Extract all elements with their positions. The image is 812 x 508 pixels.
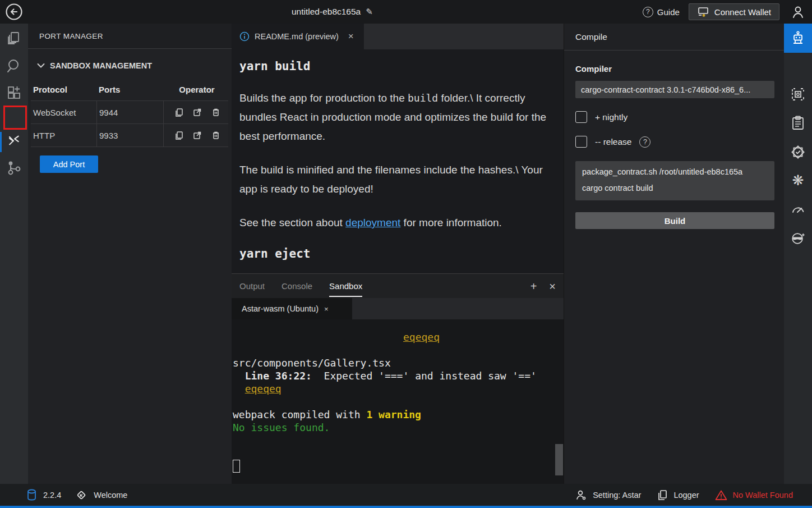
wallet-warning[interactable]: No Wallet Found xyxy=(715,489,793,501)
col-ports: Ports xyxy=(96,78,163,100)
readme-paragraph: The build is minified and the filenames … xyxy=(239,161,557,199)
extensions-icon xyxy=(6,84,22,101)
handshake-icon xyxy=(75,489,88,501)
guide-button[interactable]: ? Guide xyxy=(643,7,680,17)
logger-pages-icon xyxy=(657,489,668,501)
editor-tab-bar: README.md (preview) × xyxy=(232,24,564,49)
sidebar-item-search[interactable] xyxy=(6,57,22,74)
nightly-checkbox[interactable] xyxy=(575,111,587,123)
deployment-link[interactable]: deployment xyxy=(345,217,400,228)
section-sandbox-management[interactable]: SANDBOX MANAGEMENT xyxy=(28,49,232,78)
text: for more information. xyxy=(400,217,502,228)
port-cell: 9933 xyxy=(96,124,163,147)
eslint-rule-link[interactable]: eqeqeq xyxy=(245,383,282,395)
nightly-label: + nightly xyxy=(595,112,628,122)
build-button[interactable]: Build xyxy=(575,212,774,229)
back-button[interactable] xyxy=(5,3,23,21)
delete-port-button[interactable] xyxy=(211,130,221,140)
table-row: HTTP 9933 xyxy=(31,123,228,147)
new-terminal-icon[interactable]: + xyxy=(530,281,537,292)
copy-port-button[interactable] xyxy=(174,107,184,117)
tab-output[interactable]: Output xyxy=(239,274,265,298)
setting-button[interactable]: Setting: Astar xyxy=(575,489,641,501)
copy-port-button[interactable] xyxy=(174,130,184,140)
guide-label: Guide xyxy=(657,7,680,17)
section-title: SANDBOX MANAGEMENT xyxy=(50,61,152,70)
tab-readme[interactable]: README.md (preview) × xyxy=(232,24,364,49)
text: The build is minified and the filenames … xyxy=(239,164,543,195)
connect-wallet-label: Connect Wallet xyxy=(714,7,771,17)
plugin-item-performance[interactable] xyxy=(790,202,806,217)
edit-title-icon[interactable]: ✎ xyxy=(366,7,373,17)
session-tab-label: Astar-wasm (Ubuntu) xyxy=(242,304,319,313)
status-accent-line xyxy=(0,506,812,508)
sidebar-item-files[interactable] xyxy=(6,30,22,47)
sidebar-item-port-manager[interactable] xyxy=(6,133,22,150)
terminal-output[interactable]: eqeqeq src/components/Gallery.tsx Line 3… xyxy=(232,319,564,484)
plugin-item-sandbox-mascot[interactable] xyxy=(790,230,806,246)
tab-console[interactable]: Console xyxy=(282,274,312,298)
left-activity-bar xyxy=(0,24,28,484)
badge-check-icon xyxy=(790,144,806,160)
project-title-wrap: untitled-eb8c165a ✎ xyxy=(292,0,373,24)
sidebar-item-extensions[interactable] xyxy=(6,84,22,101)
setting-label: Setting: Astar xyxy=(593,491,641,500)
close-panel-icon[interactable]: × xyxy=(549,281,556,292)
plugin-item-verified[interactable] xyxy=(790,144,806,160)
connect-wallet-button[interactable]: Connect Wallet xyxy=(689,3,779,20)
terminal-scrollbar[interactable] xyxy=(555,444,563,475)
right-activity-bar: ❋ xyxy=(784,24,812,484)
plugin-item-tasks[interactable] xyxy=(790,115,806,131)
logger-button[interactable]: Logger xyxy=(657,489,699,501)
release-checkbox[interactable] xyxy=(575,136,587,148)
readme-paragraph: See the section about deployment for mor… xyxy=(239,213,557,232)
readme-paragraph: Builds the app for production to the bui… xyxy=(239,89,557,146)
tab-label: README.md (preview) xyxy=(255,32,339,41)
sidebar-item-source-control[interactable] xyxy=(6,159,22,176)
port-table: Protocol Ports Operator WebSocket 9944 H… xyxy=(31,78,228,147)
panel-tab-bar: Output Console Sandbox + × xyxy=(232,274,564,298)
arrow-left-icon xyxy=(11,10,17,15)
add-port-button[interactable]: Add Port xyxy=(40,155,98,173)
col-protocol: Protocol xyxy=(31,78,96,100)
tab-sandbox[interactable]: Sandbox xyxy=(329,274,362,298)
wallet-warning-label: No Wallet Found xyxy=(733,491,793,500)
welcome-label: Welcome xyxy=(94,491,127,500)
close-session-icon[interactable]: × xyxy=(324,305,329,313)
avatar[interactable] xyxy=(788,2,808,21)
plugin-item-scan[interactable] xyxy=(790,86,806,102)
readme-heading-build: yarn build xyxy=(239,60,556,73)
plugin-item-ai-assistant[interactable]: ❋ xyxy=(790,172,806,188)
protocol-cell: WebSocket xyxy=(31,101,96,123)
text: Builds the app for production to the xyxy=(239,92,408,104)
table-row: WebSocket 9944 xyxy=(31,100,228,123)
session-tab-astar-wasm[interactable]: Astar-wasm (Ubuntu) × xyxy=(232,298,352,319)
welcome-button[interactable]: Welcome xyxy=(75,489,127,501)
top-bar: untitled-eb8c165a ✎ ? Guide Connect Wall… xyxy=(0,0,812,24)
port-cell: 9944 xyxy=(96,101,163,123)
delete-port-button[interactable] xyxy=(211,107,221,117)
port-manager-panel: PORT MANAGER SANDBOX MANAGEMENT Protocol… xyxy=(28,24,232,484)
terminal-session-bar: Astar-wasm (Ubuntu) × xyxy=(232,298,564,319)
terminal-no-issues: No issues found. xyxy=(233,421,555,434)
build-command-box: package_contract.sh /root/untitled-eb8c1… xyxy=(575,161,774,200)
close-tab-icon[interactable]: × xyxy=(348,31,354,42)
release-label: -- release xyxy=(595,137,631,147)
openai-icon: ❋ xyxy=(792,173,804,187)
readme-preview: yarn build Builds the app for production… xyxy=(232,49,564,293)
open-port-button[interactable] xyxy=(192,107,202,117)
command-line: cargo contract build xyxy=(582,180,768,196)
terminal-warning-message: Expected '===' and instead saw '==' xyxy=(312,370,537,382)
terminal-file-path: src/components/Gallery.tsx xyxy=(233,356,555,369)
readme-heading-eject: yarn eject xyxy=(239,247,556,260)
terminal-cursor xyxy=(233,460,240,473)
release-help-icon[interactable]: ? xyxy=(639,136,650,148)
eslint-rule-link[interactable]: eqeqeq xyxy=(403,331,440,343)
chevron-down-icon xyxy=(37,63,45,68)
clipboard-icon xyxy=(791,115,805,131)
command-line: package_contract.sh /root/untitled-eb8c1… xyxy=(582,164,768,180)
logger-label: Logger xyxy=(673,491,699,500)
open-port-button[interactable] xyxy=(192,130,202,140)
plugin-item-compiler[interactable] xyxy=(784,24,812,53)
compiler-select[interactable]: cargo-contract-contract 3.0.1-c746b0d-x8… xyxy=(575,81,774,98)
